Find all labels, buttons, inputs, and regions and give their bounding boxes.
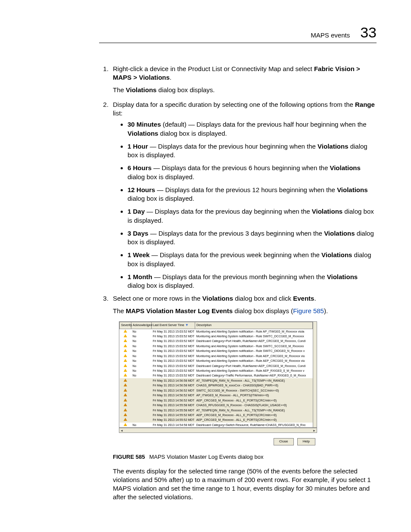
table-row[interactable]: NoFri May 31 2013 15:03:52 MDTMonitoring… <box>120 329 313 334</box>
figure-585: Severity Acknowledged Last Event Server … <box>113 321 377 461</box>
col-severity[interactable]: Severity <box>120 322 131 329</box>
warning-icon <box>124 344 127 347</box>
warning-icon <box>124 398 127 401</box>
range-option: 6 Hours — Displays data for the previous… <box>128 164 377 181</box>
events-dialog: Severity Acknowledged Last Event Server … <box>119 321 317 447</box>
table-row[interactable]: NoFri May 31 2013 15:03:52 MDTMonitoring… <box>120 358 313 363</box>
chapter-number: 33 <box>360 24 377 41</box>
range-options-list: 30 Minutes (default) — Displays data for… <box>113 120 377 290</box>
table-row[interactable]: NoFri May 31 2013 15:03:52 MDTDashboard … <box>120 339 313 343</box>
warning-icon <box>124 369 127 372</box>
warning-icon <box>124 354 127 357</box>
events-table: Severity Acknowledged Last Event Server … <box>119 322 313 428</box>
range-option: 1 Day — Displays data for the previous d… <box>128 207 377 225</box>
table-row[interactable]: Fri May 31 2013 14:56:52 MDTAP_ITWGE0_M_… <box>120 393 313 398</box>
range-option: 1 Month — Displays data for the previous… <box>128 273 377 290</box>
col-acknowledged[interactable]: Acknowledged <box>131 322 152 329</box>
table-row[interactable]: NoFri May 31 2013 15:03:52 MDTMonitoring… <box>120 348 313 353</box>
warning-icon <box>124 339 127 342</box>
warning-icon <box>124 389 127 392</box>
page-header: MAPS events 33 <box>99 24 377 43</box>
range-option: 30 Minutes (default) — Displays data for… <box>128 120 377 138</box>
sort-desc-icon: ▼ <box>185 323 189 327</box>
warning-icon <box>124 383 127 386</box>
col-time[interactable]: Last Event Server Time ▼ <box>152 322 195 329</box>
range-option: 1 Hour — Displays data for the previous … <box>128 142 377 160</box>
table-row[interactable]: NoFri May 31 2013 15:03:52 MDTMonitoring… <box>120 368 313 373</box>
table-row[interactable]: NoFri May 31 2013 15:03:52 MDTDashboard … <box>120 364 313 368</box>
steps-list: Right-click a device in the Product List… <box>99 65 377 502</box>
table-header-row: Severity Acknowledged Last Event Server … <box>120 322 313 329</box>
dialog-button-bar: Close Help <box>119 433 317 447</box>
table-row[interactable]: Fri May 31 2013 14:55:58 MDTCHASS_RFUSGG… <box>120 403 313 408</box>
vertical-scrollbar[interactable] <box>313 321 317 428</box>
table-row[interactable]: Fri May 31 2013 14:55:52 MDTAEP_CRCGE0_M… <box>120 417 313 422</box>
scroll-right-icon[interactable]: ► <box>313 429 316 432</box>
warning-icon <box>124 379 127 382</box>
warning-icon <box>124 364 127 367</box>
step-1-result: The Violations dialog box displays. <box>113 86 377 94</box>
table-row[interactable]: Fri May 31 2013 14:55:58 MDTAT_TEMPEQIN_… <box>120 408 313 413</box>
table-row[interactable]: Fri May 31 2013 14:55:52 MDTAEP_CRCGE0_M… <box>120 413 313 417</box>
col-description[interactable]: Description <box>195 322 313 329</box>
range-option: 1 Week — Displays data for the previous … <box>128 251 377 268</box>
warning-icon <box>124 403 127 406</box>
horizontal-scrollbar[interactable]: ◄ ► <box>119 428 317 433</box>
figure-caption: FIGURE 585MAPS Violation Master Log Even… <box>113 453 377 461</box>
warning-icon <box>124 359 127 362</box>
page-content: MAPS events 33 Right-click a device in t… <box>0 0 411 532</box>
step-1: Right-click a device in the Product List… <box>110 65 377 94</box>
warning-icon <box>124 393 127 396</box>
step-1-lead: Right-click a device in the Product List… <box>113 65 314 72</box>
warning-icon <box>124 418 127 421</box>
table-row[interactable]: NoFri May 31 2013 15:03:52 MDTMonitoring… <box>120 354 313 358</box>
figure-link[interactable]: Figure 585 <box>293 307 324 314</box>
table-row[interactable]: NoFri May 31 2013 15:03:52 MDTMonitoring… <box>120 344 313 348</box>
table-row[interactable]: Fri May 31 2013 14:56:58 MDTCHASS_BPWRGE… <box>120 383 313 388</box>
explanatory-text: The events display for the selected time… <box>113 467 377 502</box>
step-3: Select one or more rows in the Violation… <box>110 294 377 501</box>
warning-icon <box>124 349 127 352</box>
table-row[interactable]: Fri May 31 2013 14:56:52 MDTSWITC_SCCGE0… <box>120 388 313 393</box>
warning-icon <box>124 413 127 416</box>
step-3-result: The MAPS Violation Master Log Events dia… <box>113 307 377 315</box>
range-option: 3 Days — Displays data for the previous … <box>128 229 377 247</box>
table-row[interactable]: Fri May 31 2013 14:56:52 MDTAEP_CRCGE0_M… <box>120 398 313 403</box>
warning-icon <box>124 423 127 426</box>
step-1-tail: . <box>170 74 171 81</box>
step-2: Display data for a specific duration by … <box>110 100 377 290</box>
table-row[interactable]: NoFri May 31 2013 15:03:52 MDTDashboard … <box>120 373 313 378</box>
header-title: MAPS events <box>311 31 350 39</box>
scroll-left-icon[interactable]: ◄ <box>120 429 123 432</box>
warning-icon <box>124 334 127 337</box>
table-row[interactable]: Fri May 31 2013 14:56:58 MDTAT_TEMPEQIN_… <box>120 378 313 383</box>
warning-icon <box>124 408 127 411</box>
warning-icon <box>124 330 127 333</box>
table-row[interactable]: NoFri May 31 2013 15:03:52 MDTMonitoring… <box>120 334 313 339</box>
warning-icon <box>124 373 127 376</box>
help-button[interactable]: Help <box>297 438 315 445</box>
table-row[interactable]: NoFri May 31 2013 14:54:58 MDTDashboard … <box>120 423 313 427</box>
close-button[interactable]: Close <box>274 438 293 445</box>
range-option: 12 Hours — Displays data for the previou… <box>128 186 377 203</box>
